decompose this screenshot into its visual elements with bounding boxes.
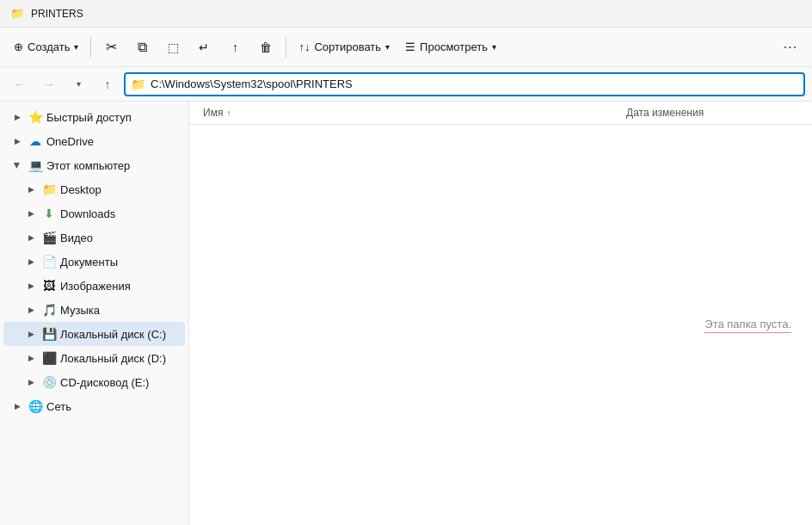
sidebar-item-label: Сеть	[46, 400, 71, 413]
sidebar: ▶ ⭐ Быстрый доступ ▶ ☁ OneDrive ▶ 💻 Этот…	[0, 102, 189, 525]
expand-icon: ▶	[24, 327, 38, 341]
more-button[interactable]: ···	[776, 33, 805, 62]
sidebar-item-local-d[interactable]: ▶ ⬛ Локальный диск (D:)	[3, 346, 185, 370]
document-icon: 📄	[41, 254, 57, 269]
create-button[interactable]: ⊕ Создать ▾	[7, 36, 85, 58]
forward-button[interactable]: →	[36, 71, 62, 97]
expand-icon: ▶	[10, 158, 24, 172]
title-bar: 📁 PRINTERS	[0, 0, 812, 28]
sidebar-item-cd[interactable]: ▶ 💿 CD-дисковод (E:)	[3, 370, 185, 394]
sidebar-item-network[interactable]: ▶ 🌐 Сеть	[3, 394, 185, 418]
copy-button[interactable]: ⧉	[127, 33, 157, 62]
disk-d-icon: ⬛	[41, 350, 57, 366]
address-bar[interactable]: 📁	[124, 72, 805, 96]
copy-icon: ⧉	[138, 40, 147, 55]
sidebar-item-label: Документы	[60, 256, 118, 269]
network-icon: 🌐	[28, 398, 43, 414]
expand-icon: ▶	[24, 351, 38, 365]
share-icon: ↑	[232, 40, 238, 54]
delete-button[interactable]: 🗑	[251, 33, 280, 62]
address-input[interactable]	[151, 77, 798, 90]
cloud-icon: ☁	[28, 133, 43, 149]
create-plus-icon: ⊕	[14, 40, 23, 53]
sidebar-item-label: Этот компьютер	[46, 159, 130, 172]
sidebar-item-label: Быстрый доступ	[46, 111, 132, 124]
paste-icon: ⬚	[168, 40, 179, 54]
cut-button[interactable]: ✂	[96, 33, 126, 62]
create-chevron-icon: ▾	[74, 42, 78, 52]
expand-icon: ▶	[24, 231, 38, 244]
view-icon: ☰	[405, 40, 415, 53]
address-folder-icon: 📁	[131, 77, 145, 91]
folder-icon: 📁	[41, 182, 57, 197]
music-icon: 🎵	[41, 302, 57, 318]
separator-2	[286, 37, 286, 58]
view-chevron-icon: ▾	[492, 42, 496, 52]
sidebar-item-label: Изображения	[60, 280, 131, 293]
expand-icon: ▶	[10, 134, 24, 148]
expand-icon: ▶	[24, 182, 38, 196]
sidebar-item-video[interactable]: ▶ 🎬 Видео	[3, 225, 185, 250]
expand-icon: ▶	[24, 303, 38, 317]
expand-icon: ▶	[24, 255, 38, 269]
sidebar-item-label: OneDrive	[46, 135, 94, 148]
more-icon: ···	[784, 40, 797, 55]
back-button[interactable]: ←	[7, 71, 33, 97]
sidebar-item-this-pc[interactable]: ▶ 💻 Этот компьютер	[3, 153, 185, 177]
content-header: Имя ↑ Дата изменения	[189, 102, 812, 125]
rename-button[interactable]: ↵	[189, 33, 218, 62]
cd-icon: 💿	[41, 374, 57, 390]
star-icon: ⭐	[28, 109, 43, 125]
sort-button[interactable]: ↑↓ Сортировать ▾	[292, 36, 397, 58]
expand-icon: ▶	[10, 110, 24, 124]
sidebar-item-label: Desktop	[60, 183, 102, 196]
column-name[interactable]: Имя ↑	[203, 107, 619, 119]
view-button[interactable]: ☰ Просмотреть ▾	[398, 36, 503, 58]
recent-locations-button[interactable]: ▾	[65, 71, 91, 97]
column-date: Дата изменения	[626, 107, 798, 119]
video-icon: 🎬	[41, 230, 57, 245]
download-icon: ⬇	[41, 206, 57, 221]
sidebar-item-label: Локальный диск (D:)	[60, 352, 166, 365]
sidebar-item-label: CD-дисковод (E:)	[60, 376, 149, 389]
sidebar-item-pictures[interactable]: ▶ 🖼 Изображения	[3, 274, 185, 298]
content-body: Эта папка пуста.	[189, 125, 812, 525]
sidebar-item-downloads[interactable]: ▶ ⬇ Downloads	[3, 201, 185, 225]
window-icon: 📁	[10, 7, 24, 21]
sidebar-item-documents[interactable]: ▶ 📄 Документы	[3, 250, 185, 274]
expand-icon: ▶	[24, 279, 38, 293]
sidebar-item-desktop[interactable]: ▶ 📁 Desktop	[3, 177, 185, 201]
sort-icon: ↑↓	[298, 40, 310, 53]
sort-chevron-icon: ▾	[385, 42, 390, 52]
content-area: Имя ↑ Дата изменения Эта папка пуста.	[189, 102, 812, 525]
sidebar-item-onedrive[interactable]: ▶ ☁ OneDrive	[3, 129, 185, 153]
address-bar-row: ← → ▾ ↑ 📁	[0, 67, 812, 102]
sort-asc-icon: ↑	[226, 108, 231, 118]
paste-button[interactable]: ⬚	[158, 33, 188, 62]
delete-icon: 🗑	[260, 40, 272, 54]
sidebar-item-label: Downloads	[60, 207, 115, 220]
expand-icon: ▶	[24, 207, 38, 220]
main-layout: ▶ ⭐ Быстрый доступ ▶ ☁ OneDrive ▶ 💻 Этот…	[0, 102, 812, 525]
sidebar-item-label: Видео	[60, 232, 93, 244]
toolbar: ⊕ Создать ▾ ✂ ⧉ ⬚ ↵ ↑ 🗑 ↑↓ Сортировать ▾…	[0, 28, 812, 67]
sidebar-item-label: Музыка	[60, 304, 100, 317]
cut-icon: ✂	[106, 39, 117, 55]
empty-folder-message: Эта папка пуста.	[704, 318, 791, 333]
window-title: PRINTERS	[31, 8, 83, 20]
disk-icon: 💾	[41, 326, 57, 342]
expand-icon: ▶	[10, 399, 24, 413]
sidebar-item-local-c[interactable]: ▶ 💾 Локальный диск (C:)	[3, 322, 185, 346]
share-button[interactable]: ↑	[220, 33, 249, 62]
sidebar-item-quick-access[interactable]: ▶ ⭐ Быстрый доступ	[3, 105, 185, 129]
sidebar-item-label: Локальный диск (C:)	[60, 328, 166, 341]
rename-icon: ↵	[199, 40, 209, 54]
expand-icon: ▶	[24, 375, 38, 389]
computer-icon: 💻	[28, 158, 43, 173]
up-button[interactable]: ↑	[95, 71, 120, 97]
separator-1	[90, 37, 91, 58]
pictures-icon: 🖼	[41, 278, 57, 293]
sidebar-item-music[interactable]: ▶ 🎵 Музыка	[3, 298, 185, 322]
